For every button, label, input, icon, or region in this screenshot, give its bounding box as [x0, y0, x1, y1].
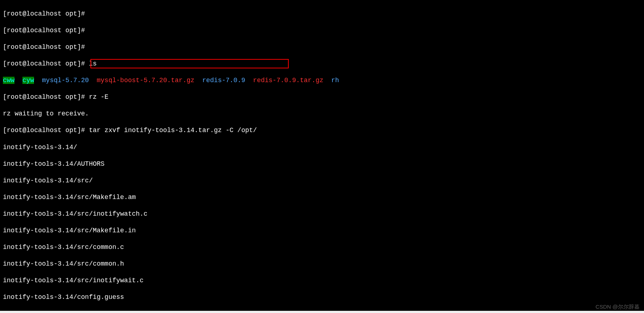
ls-item-cww: cww [3, 77, 14, 84]
shell-prompt: [root@localhost opt]# [3, 27, 89, 34]
prompt-line: [root@localhost opt]# [3, 26, 641, 35]
prompt-line: [root@localhost opt]# [3, 10, 641, 18]
ls-item-cyw: cyw [22, 77, 34, 84]
tar-output-line: inotify-tools-3.14/src/inotifywait.c [3, 276, 641, 285]
ls-item-redistar: redis-7.0.9.tar.gz [253, 77, 323, 84]
command-line: [root@localhost opt]# rz -E [3, 93, 641, 101]
terminal-output[interactable]: [root@localhost opt]# [root@localhost op… [0, 0, 644, 313]
shell-prompt: [root@localhost opt]# [3, 43, 89, 51]
ls-item-mysql: mysql-5.7.20 [42, 77, 89, 84]
tar-output-line: inotify-tools-3.14/ [3, 143, 641, 152]
command-ls: ls [89, 60, 97, 67]
command-line: [root@localhost opt]# ls [3, 60, 641, 68]
tar-output-line: inotify-tools-3.14/config.guess [3, 293, 641, 301]
tar-output-line: inotify-tools-3.14/AUTHORS [3, 160, 641, 168]
rz-message: rz waiting to receive. [3, 110, 641, 118]
shell-prompt: [root@localhost opt]# [3, 60, 89, 67]
command-line: [root@localhost opt]# tar zxvf inotify-t… [3, 126, 641, 135]
command-rz: rz -E [89, 93, 109, 101]
shell-prompt: [root@localhost opt]# [3, 127, 89, 134]
tar-output-line: inotify-tools-3.14/src/Makefile.am [3, 193, 641, 202]
command-tar: tar zxvf inotify-tools-3.14.tar.gz -C /o… [89, 127, 257, 134]
tar-output-line: inotify-tools-3.14/src/common.c [3, 243, 641, 251]
tar-output-line: inotify-tools-3.14/src/common.h [3, 260, 641, 268]
tar-output-line: inotify-tools-3.14/src/inotifywatch.c [3, 210, 641, 218]
tar-output-line: inotify-tools-3.14/src/Makefile.in [3, 227, 641, 235]
ls-item-redisdir: redis-7.0.9 [202, 77, 245, 84]
watermark-text: CSDN @尔尔辞暮 [596, 303, 640, 310]
shell-prompt: [root@localhost opt]# [3, 93, 89, 101]
taskbar [0, 311, 644, 313]
ls-item-rh: rh [331, 77, 339, 84]
ls-item-mysqlboost: mysql-boost-5.7.20.tar.gz [97, 77, 194, 84]
prompt-line: [root@localhost opt]# [3, 43, 641, 51]
ls-output-line: cww cyw mysql-5.7.20 mysql-boost-5.7.20.… [3, 76, 641, 85]
shell-prompt: [root@localhost opt]# [3, 10, 89, 17]
tar-output-line: inotify-tools-3.14/src/ [3, 177, 641, 185]
